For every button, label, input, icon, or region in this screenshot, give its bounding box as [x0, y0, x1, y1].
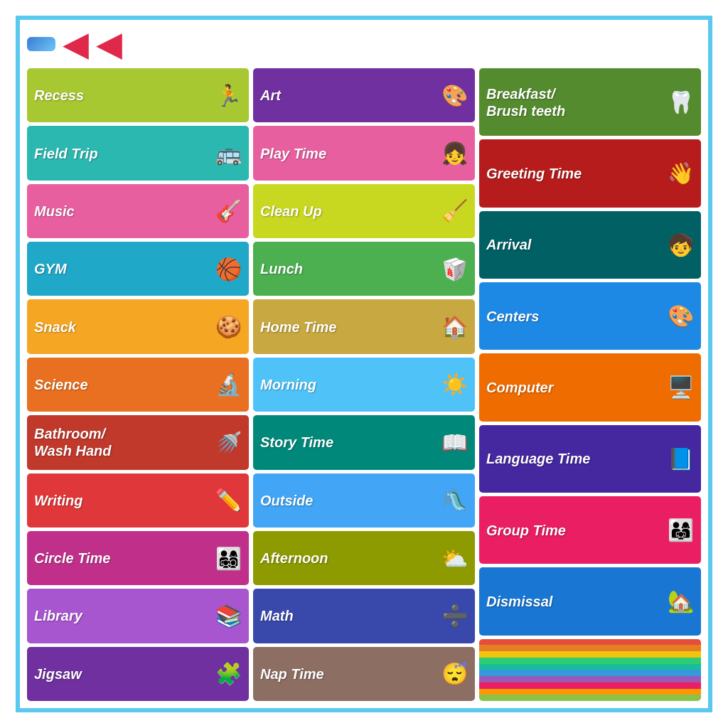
- card-icon: 📖: [441, 430, 468, 455]
- schedule-card: Arrival🧒: [479, 211, 701, 279]
- header-row: ◀ ◀: [27, 27, 701, 61]
- schedule-card: Group Time👨‍👩‍👧: [479, 496, 701, 564]
- card-label: Bathroom/ Wash Hand: [34, 425, 112, 459]
- schedule-card: Math➗: [253, 589, 475, 643]
- column-3: Breakfast/ Brush teeth🦷Greeting Time👋Arr…: [479, 68, 701, 701]
- card-icon: 🧹: [441, 198, 468, 223]
- card-label: Computer: [486, 379, 553, 396]
- schedule-card: Home Time🏠: [253, 299, 475, 353]
- card-icon: 🧒: [668, 232, 694, 257]
- schedule-card: Computer🖥️: [479, 353, 701, 421]
- main-container: ◀ ◀ Recess🏃Field Trip🚌Music🎸GYM🏀Snack🍪Sc…: [16, 16, 712, 712]
- card-icon: 🎨: [441, 83, 468, 108]
- schedule-card: Centers🎨: [479, 282, 701, 350]
- card-icon: 👋: [668, 161, 694, 186]
- schedule-card: Afternoon⛅: [253, 531, 475, 585]
- card-label: Snack: [34, 318, 76, 336]
- color-stripe: [479, 645, 701, 651]
- card-label: Science: [34, 376, 88, 393]
- card-icon: 🥡: [441, 257, 468, 282]
- column-1: Recess🏃Field Trip🚌Music🎸GYM🏀Snack🍪Scienc…: [27, 68, 249, 701]
- schedule-card: Lunch🥡: [253, 242, 475, 296]
- color-stripe: [479, 664, 701, 670]
- card-label: Lunch: [260, 260, 303, 277]
- schedule-card: Circle Time👨‍👩‍👧‍👦: [27, 531, 249, 585]
- card-label: Home Time: [260, 318, 336, 336]
- card-label: Outside: [260, 492, 313, 509]
- card-icon: 🍪: [215, 314, 242, 339]
- schedule-card: Field Trip🚌: [27, 126, 249, 180]
- card-label: Art: [260, 87, 281, 104]
- schedule-card: Writing✏️: [27, 473, 249, 528]
- card-label: Recess: [34, 87, 84, 104]
- schedule-card: Nap Time😴: [253, 647, 475, 701]
- card-label: Morning: [260, 376, 316, 393]
- card-label: Afternoon: [260, 550, 328, 567]
- card-icon: 📘: [668, 446, 694, 471]
- card-label: GYM: [34, 260, 67, 277]
- card-icon: 👨‍👩‍👧‍👦: [215, 546, 242, 571]
- card-label: Breakfast/ Brush teeth: [486, 85, 565, 119]
- card-icon: 📚: [215, 604, 242, 628]
- card-label: Group Time: [486, 522, 566, 539]
- title-box: [27, 37, 55, 51]
- schedule-card: Jigsaw🧩: [27, 647, 249, 701]
- color-stripe: [479, 651, 701, 658]
- color-stripe: [479, 676, 701, 682]
- card-icon: 🛝: [441, 488, 468, 513]
- schedule-card: Language Time📘: [479, 425, 701, 493]
- schedule-card: Library📚: [27, 589, 249, 643]
- card-icon: ✏️: [215, 488, 242, 513]
- card-label: Writing: [34, 492, 83, 509]
- card-icon: 🏃: [215, 83, 242, 108]
- schedule-card: Recess🏃: [27, 68, 249, 122]
- schedule-card: Play Time👧: [253, 126, 475, 180]
- card-icon: 🔬: [215, 372, 242, 397]
- schedule-card: Morning☀️: [253, 358, 475, 412]
- arrow-left2: ◀: [96, 27, 122, 61]
- card-icon: 🎸: [215, 198, 242, 223]
- card-label: Play Time: [260, 145, 326, 162]
- schedule-card: Breakfast/ Brush teeth🦷: [479, 68, 701, 136]
- card-label: Greeting Time: [486, 165, 582, 182]
- color-stripe: [479, 670, 701, 676]
- card-label: Math: [260, 607, 294, 624]
- card-icon: 🚌: [215, 141, 242, 166]
- color-stripe: [479, 695, 701, 701]
- card-icon: 👨‍👩‍👧: [668, 518, 694, 542]
- card-icon: ⛅: [441, 546, 468, 571]
- card-icon: 🎨: [668, 304, 694, 328]
- card-label: Dismissal: [486, 593, 552, 610]
- column-2: Art🎨Play Time👧Clean Up🧹Lunch🥡Home Time🏠M…: [253, 68, 475, 701]
- card-label: Story Time: [260, 434, 333, 451]
- card-label: Jigsaw: [34, 665, 82, 682]
- card-icon: 😴: [441, 661, 468, 686]
- schedule-card: Bathroom/ Wash Hand🚿: [27, 415, 249, 469]
- schedule-card: Snack🍪: [27, 299, 249, 353]
- schedule-card: Greeting Time👋: [479, 139, 701, 207]
- schedule-card: Story Time📖: [253, 415, 475, 469]
- card-label: Arrival: [486, 236, 531, 253]
- color-stripe: [479, 689, 701, 695]
- card-icon: ☀️: [441, 372, 468, 397]
- card-label: Field Trip: [34, 145, 98, 162]
- card-icon: 🏀: [215, 257, 242, 282]
- schedule-card: Science🔬: [27, 358, 249, 412]
- card-label: Nap Time: [260, 665, 324, 682]
- schedule-grid: Recess🏃Field Trip🚌Music🎸GYM🏀Snack🍪Scienc…: [27, 68, 701, 701]
- card-icon: 🏡: [668, 589, 694, 614]
- arrow-left: ◀: [63, 27, 89, 61]
- schedule-card: Art🎨: [253, 68, 475, 122]
- card-icon: ➗: [441, 604, 468, 628]
- color-stripe: [479, 639, 701, 646]
- card-icon: 🦷: [668, 90, 694, 114]
- card-label: Clean Up: [260, 203, 322, 220]
- card-label: Library: [34, 607, 82, 624]
- card-label: Centers: [486, 308, 539, 325]
- card-label: Circle Time: [34, 550, 110, 567]
- card-label: Language Time: [486, 450, 590, 467]
- schedule-card: Outside🛝: [253, 473, 475, 528]
- card-icon: 🚿: [215, 430, 242, 455]
- schedule-card: Music🎸: [27, 184, 249, 238]
- card-label: Music: [34, 203, 75, 220]
